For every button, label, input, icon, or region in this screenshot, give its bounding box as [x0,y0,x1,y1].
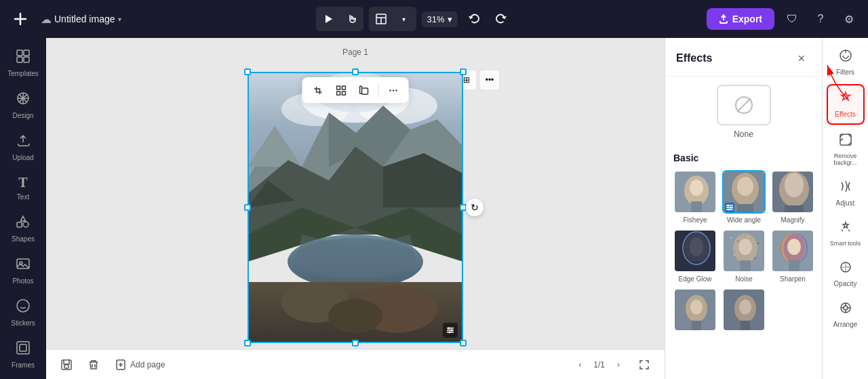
rt-remove-bg[interactable]: Remove backgr... [827,127,865,172]
rt-effects[interactable]: Effects [827,84,865,125]
sidebar-item-frames[interactable]: Frames [4,335,42,374]
crop-button[interactable] [308,80,328,100]
file-menu[interactable]: ☁ Untitled image ▾ [41,13,121,26]
handle-middle-left[interactable] [244,204,251,211]
svg-line-57 [737,98,751,112]
rotate-handle[interactable]: ↻ [466,199,484,216]
effect-thumb-7[interactable] [673,288,717,332]
image-more-icon[interactable]: ••• [480,71,499,89]
effect-fisheye-thumb[interactable] [673,170,717,214]
page-prev-button[interactable]: ‹ [572,357,588,373]
image-adjust-overlay[interactable] [443,323,458,338]
sidebar-item-templates[interactable]: Templates [4,43,42,83]
svg-rect-90 [734,254,735,256]
design-label: Design [12,112,33,119]
duplicate-button[interactable] [354,80,374,100]
rt-filters[interactable]: Filters [827,43,865,81]
effect-edge-glow[interactable]: Edge Glow [673,229,717,283]
handle-bottom-left[interactable] [244,340,251,346]
effects-close-button[interactable]: ✕ [792,49,811,68]
text-icon: T [18,175,27,191]
export-button[interactable]: Export [707,8,774,30]
svg-point-72 [728,209,730,211]
effect-sharpen-label: Sharpen [780,275,806,283]
sidebar-item-photos[interactable]: Photos [4,251,42,290]
sidebar-item-upload[interactable]: Upload [4,127,42,167]
handle-top-right[interactable] [460,68,467,75]
sidebar-item-shapes[interactable]: Shapes [4,209,42,248]
document-title: Untitled image [54,14,115,24]
rt-arrange[interactable]: Arrange [827,296,865,334]
delete-button[interactable] [84,357,103,373]
page-label: Page 1 [342,47,368,57]
effect-fisheye[interactable]: Fisheye [673,170,717,224]
rt-opacity[interactable]: Opacity [827,255,865,293]
effect-sharpen[interactable]: Sharpen [771,229,814,283]
help-button[interactable]: ? [810,8,831,30]
rt-adjust[interactable]: Adjust [827,174,865,212]
svg-rect-85 [740,260,751,271]
settings-button[interactable]: ⚙ [838,8,860,30]
effect-item-7[interactable] [673,288,717,332]
arrange-icon [839,301,852,318]
zoom-control[interactable]: 31% ▾ [422,12,458,27]
svg-rect-101 [692,321,701,331]
stickers-icon [16,298,31,317]
smart-tools-icon [839,220,852,237]
left-sidebar: Templates Design Upload T T [0,38,46,379]
save-button[interactable] [57,357,76,373]
more-options-button[interactable] [383,80,403,100]
fullscreen-button[interactable] [635,355,654,374]
svg-point-75 [785,173,804,197]
canvas-toolbar [302,77,409,103]
landscape-image [248,72,463,343]
redo-button[interactable] [490,8,512,30]
svg-rect-7 [24,50,29,56]
sidebar-item-text[interactable]: T Text [4,169,42,206]
svg-rect-89 [757,243,759,244]
svg-rect-88 [747,236,749,237]
effect-wide-angle[interactable]: Wide angle [722,170,766,224]
hand-tool-button[interactable] [340,8,362,30]
canvas-container[interactable]: Page 1 [46,38,665,349]
effect-wide-angle-thumb[interactable] [722,170,766,214]
effect-thumb-8[interactable] [722,288,766,332]
templates-icon [16,49,31,67]
effect-edge-glow-thumb[interactable] [673,229,717,273]
undo-button[interactable] [463,8,485,30]
svg-rect-11 [17,222,22,227]
sidebar-item-stickers[interactable]: Stickers [4,293,42,332]
effect-noise[interactable]: Noise [722,229,766,283]
page-next-button[interactable]: › [610,357,627,373]
handle-top-left[interactable] [244,68,251,75]
effect-magnify[interactable]: Magnify [771,170,814,224]
svg-point-22 [389,89,391,91]
effect-sharpen-thumb[interactable] [771,229,814,273]
app-logo[interactable] [8,7,33,31]
grid-button[interactable] [331,80,351,100]
effect-item-8[interactable] [722,288,766,332]
play-button[interactable] [317,8,339,30]
handle-bottom-right[interactable] [460,340,467,346]
svg-point-84 [738,239,752,255]
handle-top-middle[interactable] [352,68,359,75]
effect-none-box[interactable] [717,85,771,125]
svg-rect-97 [789,260,800,271]
effect-edge-glow-label: Edge Glow [679,275,712,283]
add-page-button[interactable]: Add page [111,357,169,373]
rt-smart-tools[interactable]: Smart tools [827,215,865,252]
shield-button[interactable]: 🛡 [781,8,803,30]
sidebar-item-design[interactable]: Design [4,85,42,125]
design-icon [16,91,31,109]
effect-noise-thumb[interactable] [722,229,766,273]
handle-bottom-middle[interactable] [352,340,359,346]
selected-image[interactable]: ↻ [248,72,463,343]
svg-rect-52 [64,365,68,368]
effects-rt-icon [839,91,852,108]
layout-button[interactable] [370,8,392,30]
effect-none[interactable]: None [673,85,814,139]
shapes-label: Shapes [12,235,35,243]
layout-chevron[interactable]: ▾ [393,8,415,30]
svg-rect-76 [785,205,804,214]
effect-magnify-thumb[interactable] [771,170,814,214]
